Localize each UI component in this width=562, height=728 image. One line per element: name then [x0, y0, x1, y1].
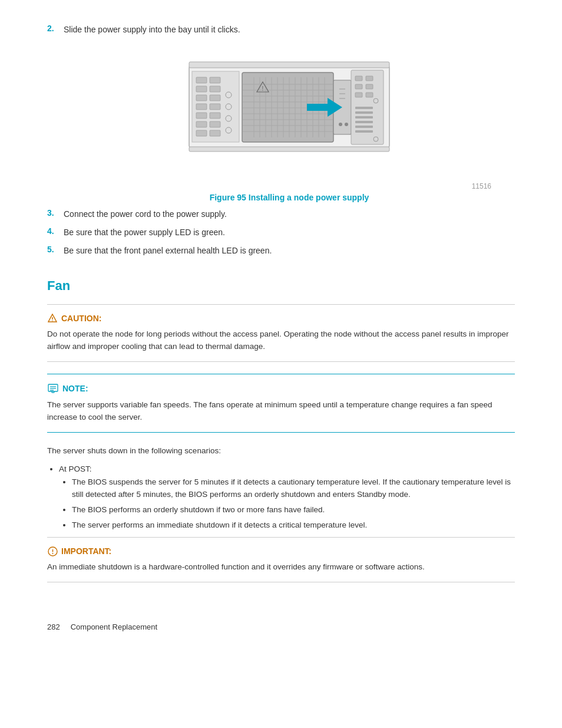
svg-rect-9 [196, 121, 207, 127]
svg-rect-1 [189, 62, 389, 68]
svg-rect-64 [355, 126, 373, 128]
figure-number: 11516 [472, 182, 491, 190]
step-3-text: Connect the power cord to the power supp… [64, 208, 227, 220]
bullet-list: At POST: The BIOS suspends the server fo… [59, 463, 515, 531]
caution-box: CAUTION: Do not operate the node for lon… [47, 304, 515, 362]
bullet-at-post: At POST: The BIOS suspends the server fo… [59, 463, 515, 531]
svg-rect-4 [196, 77, 207, 83]
svg-rect-13 [210, 95, 220, 101]
svg-rect-15 [210, 113, 220, 118]
step-5: 5. Be sure that the front panel external… [47, 245, 515, 257]
step-4-text: Be sure that the power supply LED is gre… [64, 226, 225, 239]
svg-rect-6 [196, 95, 207, 101]
figure-image: ! [171, 48, 407, 177]
sub-bullet-1: The BIOS suspends the server for 5 minut… [72, 476, 515, 501]
svg-text:!: ! [262, 85, 264, 92]
svg-point-81 [52, 553, 53, 554]
figure-container: ! [64, 48, 515, 202]
bullet-at-post-text: At POST: [59, 465, 92, 473]
svg-rect-16 [210, 121, 220, 127]
svg-rect-2 [189, 147, 389, 151]
svg-rect-62 [355, 116, 373, 118]
step-3: 3. Connect the power cord to the power s… [47, 208, 515, 220]
svg-rect-57 [366, 76, 373, 81]
svg-rect-7 [196, 104, 207, 110]
important-icon [47, 546, 58, 556]
footer-page-num: 282 [47, 622, 60, 631]
caution-text: Do not operate the node for long periods… [47, 328, 515, 353]
step-4: 4. Be sure that the power supply LED is … [47, 226, 515, 239]
caution-icon [47, 313, 58, 324]
svg-rect-10 [196, 130, 207, 136]
svg-rect-65 [355, 130, 373, 133]
note-box: NOTE: The server supports variable fan s… [47, 374, 515, 433]
svg-rect-58 [366, 84, 373, 89]
note-icon [47, 383, 59, 394]
svg-rect-56 [355, 93, 362, 97]
step-2-num: 2. [47, 24, 64, 33]
footer-bar: 282 Component Replacement [47, 618, 515, 631]
step-2-text: Slide the power supply into the bay unti… [64, 24, 240, 36]
svg-rect-61 [355, 111, 373, 114]
important-box: IMPORTANT: An immediate shutdown is a ha… [47, 537, 515, 582]
note-label: NOTE: [62, 384, 88, 393]
body-text: The server shuts down in the following s… [47, 444, 515, 457]
svg-point-71 [52, 320, 53, 321]
step-5-num: 5. [47, 245, 64, 254]
section-heading: Fan [47, 278, 515, 294]
svg-rect-63 [355, 121, 373, 123]
svg-rect-60 [355, 107, 373, 109]
step-3-num: 3. [47, 208, 64, 218]
step-2: 2. Slide the power supply into the bay u… [47, 24, 515, 36]
footer-section-name: Component Replacement [71, 622, 157, 631]
sub-bullet-list: The BIOS suspends the server for 5 minut… [72, 476, 515, 531]
svg-rect-17 [210, 130, 220, 136]
important-header: IMPORTANT: [47, 546, 515, 556]
svg-rect-54 [355, 76, 362, 81]
svg-rect-14 [210, 104, 220, 110]
caution-label: CAUTION: [61, 314, 101, 323]
note-text: The server supports variable fan speeds.… [47, 399, 515, 424]
svg-point-52 [345, 123, 348, 126]
important-text: An immediate shutdown is a hardware-cont… [47, 561, 515, 574]
sub-bullet-2: The BIOS performs an orderly shutdown if… [72, 503, 515, 516]
step-5-text: Be sure that the front panel external he… [64, 245, 272, 257]
svg-rect-12 [210, 86, 220, 92]
svg-rect-8 [196, 113, 207, 118]
important-label: IMPORTANT: [61, 546, 111, 556]
svg-rect-5 [196, 86, 207, 92]
svg-point-51 [339, 123, 342, 126]
svg-rect-59 [366, 93, 373, 97]
svg-rect-55 [355, 84, 362, 89]
figure-caption: Figure 95 Installing a node power supply [210, 193, 369, 202]
note-header: NOTE: [47, 383, 515, 394]
step-4-num: 4. [47, 226, 64, 236]
sub-bullet-3: The server performs an immediate shutdow… [72, 519, 515, 532]
svg-rect-11 [210, 77, 220, 83]
caution-header: CAUTION: [47, 313, 515, 324]
